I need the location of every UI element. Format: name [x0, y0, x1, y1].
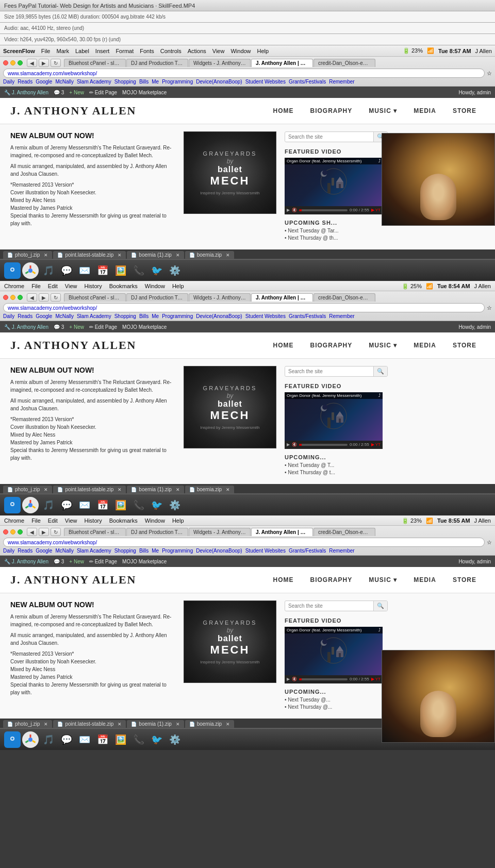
tab-widgets-1[interactable]: Widgets - J. Anthony All...: [189, 59, 251, 67]
video-thumb-1[interactable]: Organ Donor (feat. Jeremy Messersmith) ⤴: [285, 158, 383, 214]
chrome-bookmarks-3[interactable]: Bookmarks: [109, 518, 138, 524]
bm-shopping-1[interactable]: Shopping: [114, 79, 136, 85]
wp-marketplace-2[interactable]: MOJO Marketplace: [122, 324, 167, 330]
bm-device-2[interactable]: Device(AnonaBoop): [196, 313, 242, 319]
address-bar-3[interactable]: [3, 538, 485, 547]
dock-photos-3[interactable]: 🖼️: [112, 731, 129, 748]
mac-menu-view[interactable]: View: [212, 48, 225, 54]
search-input-3[interactable]: [285, 602, 373, 610]
bm-grants-1[interactable]: Grants/Festivals: [289, 79, 326, 85]
bm-reads-2[interactable]: Reads: [18, 313, 32, 319]
dock-twitter-1[interactable]: 🐦: [148, 262, 165, 279]
file-tab-close-2b[interactable]: ✕: [118, 487, 122, 492]
wp-new-3[interactable]: + New: [69, 559, 84, 564]
wp-new-2[interactable]: + New: [69, 324, 84, 330]
dock-mail-2[interactable]: ✉️: [76, 497, 93, 513]
file-tab-close-2d[interactable]: ✕: [226, 487, 230, 492]
back-button-1[interactable]: ◀: [27, 59, 37, 67]
bm-reads-3[interactable]: Reads: [18, 548, 32, 554]
mac-menu-mark[interactable]: Mark: [56, 48, 69, 54]
forward-button-2[interactable]: ▶: [39, 293, 49, 302]
address-bar-1[interactable]: [3, 69, 485, 78]
tab-bluehost-3[interactable]: Bluehost cPanel - slama...: [64, 528, 126, 536]
wp-marketplace-1[interactable]: MOJO Marketplace: [122, 90, 167, 95]
dock-skype-1[interactable]: 📞: [130, 262, 147, 279]
chrome-view-2[interactable]: View: [65, 283, 77, 289]
wp-edit-2[interactable]: ✏ Edit Page: [89, 324, 117, 330]
dock-photos-2[interactable]: 🖼️: [112, 497, 129, 513]
forward-button-3[interactable]: ▶: [39, 528, 49, 536]
chrome-help-2[interactable]: Help: [172, 283, 184, 289]
mac-menu-window[interactable]: Window: [230, 48, 251, 54]
dock-more-2[interactable]: ⚙️: [167, 497, 183, 513]
bm-prog-3[interactable]: Programming: [162, 548, 193, 554]
progress-bar-2[interactable]: [299, 444, 348, 446]
file-tab-close-1a[interactable]: ✕: [44, 253, 48, 258]
nav-media-2[interactable]: MEDIA: [405, 338, 444, 353]
fullscreen-button-2[interactable]: [18, 295, 23, 300]
tab-dj-2[interactable]: DJ and Production Techn...: [126, 293, 188, 302]
file-tab-close-3c[interactable]: ✕: [176, 722, 180, 727]
video-thumb-2[interactable]: Organ Donor (feat. Jeremy Messersmith) ⤴: [285, 392, 383, 449]
bm-prog-2[interactable]: Programming: [162, 313, 193, 319]
file-tab-photo-2[interactable]: 📄 photo_j.zip ✕: [3, 486, 52, 493]
chrome-app-3[interactable]: Chrome: [4, 518, 24, 524]
dock-chrome-3[interactable]: [22, 731, 39, 748]
nav-media-3[interactable]: MEDIA: [405, 572, 444, 588]
nav-media-1[interactable]: MEDIA: [405, 103, 444, 119]
file-tab-point-2[interactable]: 📄 point.latest-stable.zip ✕: [53, 486, 126, 493]
nav-home-3[interactable]: HOME: [265, 572, 302, 588]
wp-edit-1[interactable]: ✏ Edit Page: [89, 90, 117, 95]
bm-shopping-3[interactable]: Shopping: [114, 548, 136, 554]
chrome-file-2[interactable]: File: [31, 283, 41, 289]
file-tab-close-2a[interactable]: ✕: [44, 487, 48, 492]
bm-shopping-2[interactable]: Shopping: [114, 313, 136, 319]
tab-widgets-2[interactable]: Widgets - J. Anthony All...: [189, 293, 251, 302]
bm-bills-3[interactable]: Bills: [139, 548, 148, 554]
search-button-3[interactable]: 🔍: [373, 601, 387, 611]
mac-menu-insert[interactable]: Insert: [95, 48, 110, 54]
bm-reads-1[interactable]: Reads: [18, 79, 32, 85]
tab-janthony-3[interactable]: J. Anthony Allen | The M...: [251, 528, 313, 536]
bm-me-3[interactable]: Me: [152, 548, 159, 554]
file-tab-boemia1-3[interactable]: 📄 boemia (1).zip ✕: [127, 720, 184, 728]
video-share-icon-2[interactable]: ⤴: [378, 393, 381, 398]
wp-new-1[interactable]: + New: [69, 90, 84, 95]
mac-menu-actions[interactable]: Actions: [188, 48, 206, 54]
file-tab-boemia1-1[interactable]: 📄 boemia (1).zip ✕: [127, 251, 184, 259]
search-input-1[interactable]: [285, 132, 373, 141]
mac-menu-format[interactable]: Format: [116, 48, 134, 54]
dock-chrome-1[interactable]: [22, 262, 39, 279]
chrome-app-2[interactable]: Chrome: [4, 283, 24, 289]
nav-music-3[interactable]: MUSIC ▾: [360, 572, 405, 588]
close-button-3[interactable]: [3, 529, 8, 535]
minimize-button-1[interactable]: [10, 60, 15, 65]
chrome-edit-2[interactable]: Edit: [48, 283, 58, 289]
video-thumb-3[interactable]: Organ Donor (feat. Jeremy Messersmith) ⤴: [285, 627, 383, 683]
file-tab-photo-1[interactable]: 📄 photo_j.zip ✕: [3, 251, 52, 259]
dock-spotify-3[interactable]: 🎵: [40, 731, 57, 748]
chrome-history-2[interactable]: History: [84, 283, 102, 289]
dock-calendar-2[interactable]: 📅: [94, 497, 111, 513]
dock-more-1[interactable]: ⚙️: [167, 262, 183, 279]
tab-credit-2[interactable]: credit-Dan_Olson-e140...: [314, 293, 375, 302]
file-tab-close-2c[interactable]: ✕: [176, 487, 180, 492]
tab-credit-1[interactable]: credit-Dan_Olson-e140...: [314, 59, 375, 67]
video-controls-1[interactable]: ▶ 🔇 0:00 / 2:55 ▶ YT: [285, 206, 383, 215]
chrome-help-3[interactable]: Help: [172, 518, 184, 524]
file-tab-close-3a[interactable]: ✕: [44, 722, 48, 727]
bm-daily-3[interactable]: Daily: [3, 548, 14, 554]
dock-spotify-1[interactable]: 🎵: [40, 262, 57, 279]
back-button-2[interactable]: ◀: [27, 293, 37, 302]
dock-messages-1[interactable]: 💬: [58, 262, 75, 279]
nav-store-3[interactable]: STORE: [444, 572, 485, 588]
bm-remember-3[interactable]: Remember: [329, 548, 354, 554]
bm-student-3[interactable]: Student Websites: [245, 548, 286, 554]
bm-remember-2[interactable]: Remember: [329, 313, 354, 319]
tab-credit-3[interactable]: credit-Dan_Olson-e140...: [314, 528, 375, 536]
bm-slam-3[interactable]: Slam Academy: [77, 548, 111, 554]
fullscreen-button-3[interactable]: [18, 529, 23, 535]
file-tab-close-1d[interactable]: ✕: [226, 253, 230, 258]
tab-bluehost-2[interactable]: Bluehost cPanel - slama...: [64, 293, 126, 302]
wp-site-name-1[interactable]: 🔧 J. Anthony Allen: [4, 90, 48, 95]
